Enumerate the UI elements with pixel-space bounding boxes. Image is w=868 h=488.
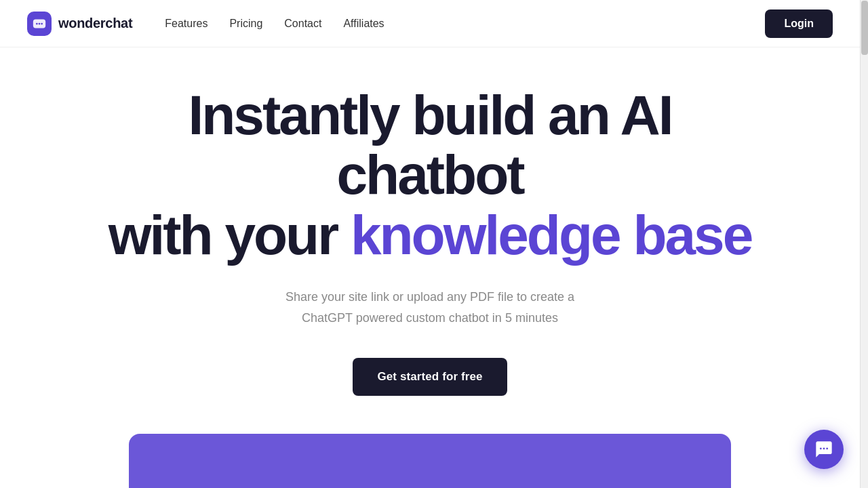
svg-point-3 [41,22,43,24]
nav-item-features[interactable]: Features [165,18,208,30]
chat-widget-button[interactable] [804,430,844,469]
scrollbar[interactable] [860,0,868,488]
hero-title: Instantly build an AI chatbot with your … [91,85,769,266]
nav-link-contact[interactable]: Contact [284,18,321,29]
login-button[interactable]: Login [765,9,833,38]
hero-subtitle: Share your site link or upload any PDF f… [285,287,574,328]
svg-point-2 [39,22,41,24]
svg-point-4 [820,447,822,449]
logo-text: wonderchat [58,16,132,31]
hero-subtitle-line1: Share your site link or upload any PDF f… [285,290,574,304]
chat-bubble-icon [814,440,833,459]
hero-title-highlight: knowledge base [351,204,751,266]
nav-link-affiliates[interactable]: Affiliates [343,18,384,29]
bottom-preview-card [129,434,731,488]
nav-item-pricing[interactable]: Pricing [229,18,262,30]
hero-title-line2-plain: with your [108,204,351,266]
logo-link[interactable]: wonderchat [27,12,132,36]
svg-point-1 [36,22,38,24]
nav-link-pricing[interactable]: Pricing [229,18,262,29]
cta-button[interactable]: Get started for free [353,358,507,396]
scrollbar-thumb[interactable] [861,1,868,55]
hero-section: Instantly build an AI chatbot with your … [0,0,868,434]
hero-title-line1: Instantly build an AI chatbot [189,84,672,206]
logo-icon [27,12,52,36]
nav-left: wonderchat Features Pricing Contact Affi… [27,12,384,36]
svg-point-6 [826,447,828,449]
nav-links: Features Pricing Contact Affiliates [165,18,384,30]
nav-link-features[interactable]: Features [165,18,208,29]
nav-item-contact[interactable]: Contact [284,18,321,30]
navbar: wonderchat Features Pricing Contact Affi… [0,0,860,47]
nav-item-affiliates[interactable]: Affiliates [343,18,384,30]
svg-point-5 [823,447,825,449]
hero-subtitle-line2: ChatGPT powered custom chatbot in 5 minu… [302,311,558,325]
